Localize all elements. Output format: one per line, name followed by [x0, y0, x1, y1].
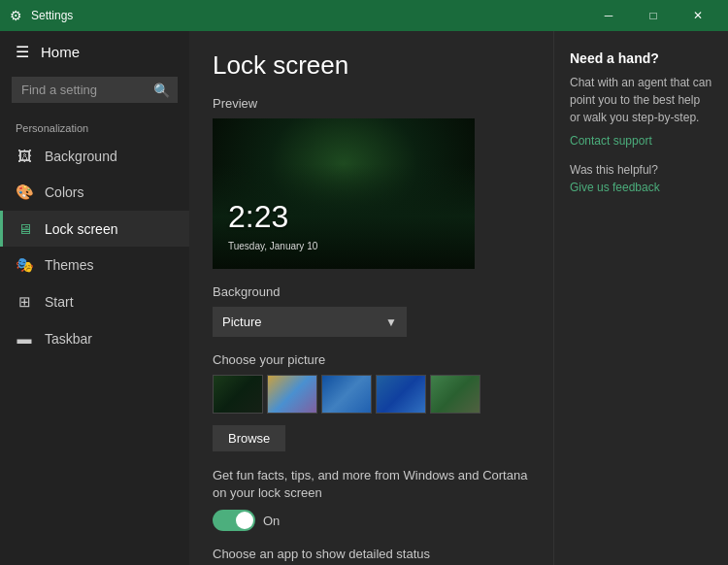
sidebar-item-background[interactable]: 🖼 Background: [0, 138, 189, 174]
home-icon: ☰: [16, 43, 29, 61]
taskbar-icon: ▬: [16, 330, 33, 347]
sidebar: ☰ Home 🔍 Personalization 🖼 Background 🎨 …: [0, 31, 189, 565]
sidebar-home[interactable]: ☰ Home: [0, 31, 189, 73]
detailed-status-label: Choose an app to show detailed status: [213, 547, 530, 561]
settings-icon: ⚙: [8, 8, 23, 23]
preview-label: Preview: [213, 96, 530, 111]
feedback-link[interactable]: Give us feedback: [570, 181, 660, 194]
toggle-state-label: On: [263, 514, 280, 528]
colors-label: Colors: [45, 184, 83, 200]
preview-box: 2:23 Tuesday, January 10: [213, 118, 475, 269]
background-section-label: Background: [213, 284, 530, 299]
background-dropdown-wrapper: Picture Windows spotlight Slideshow ▼: [213, 307, 407, 337]
thumbnail-5[interactable]: [430, 375, 480, 414]
right-panel: Need a hand? Chat with an agent that can…: [553, 31, 728, 565]
cortana-toggle-row: On: [213, 510, 530, 531]
help-title: Need a hand?: [570, 50, 712, 66]
background-icon: 🖼: [16, 148, 33, 164]
sidebar-item-colors[interactable]: 🎨 Colors: [0, 174, 189, 211]
background-label: Background: [45, 149, 117, 164]
choose-picture-label: Choose your picture: [213, 352, 530, 367]
browse-button[interactable]: Browse: [213, 425, 285, 451]
home-label: Home: [41, 44, 80, 60]
contact-support-link[interactable]: Contact support: [570, 134, 712, 148]
preview-date: Tuesday, January 10: [228, 241, 317, 251]
page-title: Lock screen: [213, 50, 530, 81]
main-content: Lock screen Preview 2:23 Tuesday, Januar…: [189, 31, 553, 565]
thumbnail-3[interactable]: [321, 375, 372, 414]
start-label: Start: [45, 294, 74, 310]
help-text: Chat with an agent that can point you to…: [570, 74, 712, 126]
sidebar-item-lock-screen[interactable]: 🖥 Lock screen: [0, 211, 189, 247]
title-bar: ⚙ Settings ─ □ ✕: [0, 0, 728, 31]
personalization-label: Personalization: [0, 115, 189, 138]
toggle-knob: [236, 512, 253, 529]
lock-screen-icon: 🖥: [16, 220, 33, 237]
minimize-button[interactable]: ─: [586, 0, 631, 31]
thumbnail-2[interactable]: [267, 375, 317, 414]
maximize-button[interactable]: □: [631, 0, 676, 31]
taskbar-label: Taskbar: [45, 331, 92, 347]
themes-icon: 🎭: [16, 256, 33, 274]
background-dropdown[interactable]: Picture Windows spotlight Slideshow: [213, 307, 407, 337]
thumbnail-1[interactable]: [213, 375, 263, 414]
cortana-text: Get fun facts, tips, and more from Windo…: [213, 467, 530, 502]
helpful-row: Was this helpful? Give us feedback: [570, 163, 712, 194]
lock-screen-label: Lock screen: [45, 221, 117, 237]
picture-thumbnails: [213, 375, 530, 414]
thumbnail-4[interactable]: [376, 375, 426, 414]
close-button[interactable]: ✕: [676, 0, 720, 31]
window-controls: ─ □ ✕: [586, 0, 720, 31]
title-bar-label: Settings: [31, 9, 586, 22]
sidebar-item-taskbar[interactable]: ▬ Taskbar: [0, 320, 189, 356]
colors-icon: 🎨: [16, 183, 33, 201]
sidebar-item-themes[interactable]: 🎭 Themes: [0, 247, 189, 283]
sidebar-item-start[interactable]: ⊞ Start: [0, 283, 189, 320]
app-body: ☰ Home 🔍 Personalization 🖼 Background 🎨 …: [0, 31, 728, 565]
helpful-label: Was this helpful?: [570, 163, 658, 177]
cortana-toggle[interactable]: [213, 510, 255, 531]
cortana-section: Get fun facts, tips, and more from Windo…: [213, 467, 530, 531]
preview-time: 2:23: [228, 199, 288, 235]
start-icon: ⊞: [16, 293, 33, 311]
themes-label: Themes: [45, 257, 94, 273]
search-icon: 🔍: [153, 83, 170, 98]
sidebar-search: 🔍: [12, 77, 178, 103]
